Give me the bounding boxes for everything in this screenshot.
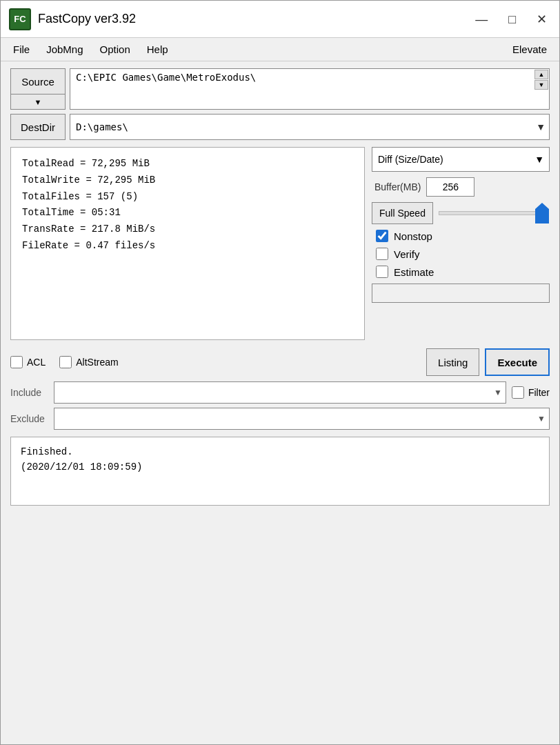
stat-total-time: TotalTime = 05:31 (22, 205, 353, 221)
include-input[interactable] (54, 381, 506, 404)
include-row: Include ▼ Filter (10, 381, 550, 404)
exclude-input[interactable] (54, 408, 550, 430)
stat-total-read: TotalRead = 72,295 MiB (22, 156, 353, 172)
menu-help[interactable]: Help (140, 41, 175, 58)
stats-panel: TotalRead = 72,295 MiB TotalWrite = 72,2… (10, 147, 365, 340)
filter-label[interactable]: Filter (528, 387, 550, 398)
action-row: ACL AltStream Listing Execute (10, 348, 550, 376)
menu-elevate[interactable]: Elevate (506, 41, 554, 58)
scroll-up-btn[interactable]: ▲ (534, 70, 548, 79)
buffer-input[interactable] (426, 177, 474, 197)
destdir-button[interactable]: DestDir (10, 114, 66, 140)
app-icon: FC (9, 8, 31, 30)
altstream-check: AltStream (59, 356, 118, 368)
diff-select-wrap: Diff (Size/Date) ▼ (372, 147, 550, 172)
app-title: FastCopy ver3.92 (38, 12, 471, 26)
right-panel: Diff (Size/Date) ▼ Buffer(MB) Full Speed (372, 147, 550, 340)
stat-total-files: TotalFiles = 157 (5) (22, 189, 353, 206)
app-window: FC FastCopy ver3.92 — □ ✕ File JobMng Op… (0, 0, 560, 745)
minimize-button[interactable]: — (471, 12, 492, 27)
acl-check: ACL (10, 356, 46, 368)
nonstop-label[interactable]: Nonstop (394, 230, 432, 242)
verify-label[interactable]: Verify (394, 248, 420, 260)
menu-file[interactable]: File (6, 41, 37, 58)
titlebar: FC FastCopy ver3.92 — □ ✕ (1, 1, 559, 38)
speed-text-input[interactable] (372, 284, 550, 303)
inc-exc-section: Include ▼ Filter Exclude ▼ (10, 381, 550, 430)
speed-slider-track[interactable] (439, 211, 547, 215)
verify-checkbox[interactable] (376, 248, 388, 260)
titlebar-controls: — □ ✕ (471, 12, 551, 27)
speed-text-wrap (372, 284, 550, 303)
log-line1: Finished. (21, 444, 539, 459)
speed-slider-wrap (436, 202, 550, 224)
source-row: Source ▼ ▲ ▼ (10, 68, 550, 110)
stat-file-rate: FileRate = 0.47 files/s (22, 238, 353, 255)
menu-option[interactable]: Option (93, 41, 137, 58)
destdir-wrap: D:\games\ ▼ (70, 114, 550, 140)
estimate-label[interactable]: Estimate (394, 266, 434, 278)
source-button[interactable]: Source (10, 68, 66, 95)
buffer-row: Buffer(MB) (372, 177, 550, 197)
nonstop-row: Nonstop (372, 230, 550, 242)
scroll-down-btn[interactable]: ▼ (534, 80, 548, 90)
filter-wrap: Filter (512, 386, 550, 399)
altstream-label[interactable]: AltStream (76, 357, 118, 368)
filter-checkbox[interactable] (512, 386, 524, 399)
source-scroll-btns: ▲ ▼ (534, 70, 548, 90)
stat-trans-rate: TransRate = 217.8 MiB/s (22, 221, 353, 238)
destdir-select[interactable]: D:\games\ (70, 114, 550, 140)
execute-button[interactable]: Execute (485, 348, 550, 376)
close-button[interactable]: ✕ (532, 12, 551, 27)
speed-label: Full Speed (372, 202, 433, 224)
include-label: Include (10, 387, 48, 398)
estimate-row: Estimate (372, 266, 550, 278)
buffer-label: Buffer(MB) (374, 181, 421, 192)
listing-button[interactable]: Listing (426, 348, 479, 376)
nonstop-checkbox[interactable] (376, 230, 388, 242)
exclude-label: Exclude (10, 413, 48, 424)
acl-label[interactable]: ACL (27, 357, 46, 368)
content-area: Source ▼ ▲ ▼ DestDir D:\games\ ▼ (1, 61, 559, 744)
menubar: File JobMng Option Help Elevate (1, 38, 559, 61)
maximize-button[interactable]: □ (504, 12, 520, 27)
altstream-checkbox[interactable] (59, 356, 72, 368)
stat-total-write: TotalWrite = 72,295 MiB (22, 172, 353, 189)
source-dropdown-btn[interactable]: ▼ (10, 95, 66, 110)
acl-row: ACL AltStream (10, 356, 421, 368)
exclude-row: Exclude ▼ (10, 408, 550, 430)
log-area: Finished. (2020/12/01 18:09:59) (10, 437, 550, 506)
estimate-checkbox[interactable] (376, 266, 388, 278)
main-area: TotalRead = 72,295 MiB TotalWrite = 72,2… (10, 147, 550, 340)
verify-row: Verify (372, 248, 550, 260)
acl-checkbox[interactable] (10, 356, 23, 368)
speed-row: Full Speed (372, 202, 550, 224)
speed-slider-thumb[interactable] (535, 203, 549, 223)
log-line2: (2020/12/01 18:09:59) (21, 459, 539, 475)
diff-select[interactable]: Diff (Size/Date) (372, 147, 550, 172)
include-input-wrap: ▼ (54, 381, 506, 404)
menu-jobmng[interactable]: JobMng (39, 41, 90, 58)
exclude-input-wrap: ▼ (54, 408, 550, 430)
source-input-wrap: ▲ ▼ (70, 68, 550, 110)
source-input[interactable] (70, 68, 550, 110)
destdir-row: DestDir D:\games\ ▼ (10, 114, 550, 140)
source-btn-group: Source ▼ (10, 68, 66, 110)
